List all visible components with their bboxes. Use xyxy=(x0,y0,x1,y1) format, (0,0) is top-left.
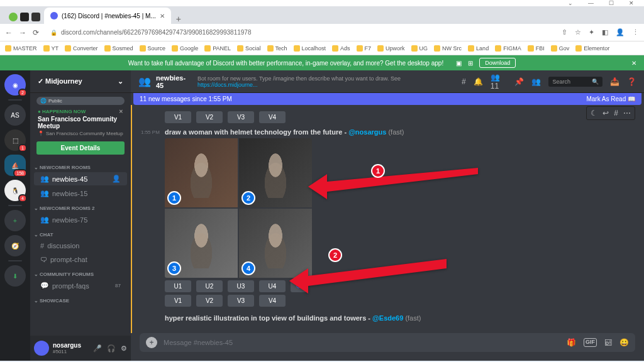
channel-discussion[interactable]: # discussion xyxy=(34,239,127,252)
bookmark-item[interactable]: Source xyxy=(140,45,166,52)
new-messages-bar[interactable]: 11 new messages since 1:55 PM Mark As Re… xyxy=(133,93,641,105)
v1-button[interactable]: V1 xyxy=(165,295,191,307)
bookmark-item[interactable]: MASTER xyxy=(5,45,37,52)
server-header[interactable]: ✓ Midjourney⌄ xyxy=(30,70,131,93)
extensions-icon[interactable]: ✦ xyxy=(589,28,594,36)
address-bar[interactable]: 🔒 discord.com/channels/66226797698429747… xyxy=(45,26,555,38)
pins-icon[interactable]: 📌 xyxy=(514,77,524,86)
guild-icon[interactable]: ⬚1 xyxy=(4,129,26,151)
reply-icon[interactable]: ↩ xyxy=(602,109,609,118)
bookmark-item[interactable]: PANEL xyxy=(204,45,231,52)
u3-button[interactable]: U3 xyxy=(228,280,254,292)
thread-icon[interactable]: # xyxy=(614,109,618,118)
v1-button[interactable]: V1 xyxy=(165,111,191,123)
channel-prompt-chat[interactable]: 🗨 prompt-chat xyxy=(34,253,127,266)
menu-icon[interactable]: ⋮ xyxy=(632,28,639,36)
windows-icon[interactable]: ⊞ xyxy=(468,60,473,67)
attach-button[interactable]: + xyxy=(146,337,157,348)
inbox-icon[interactable]: 📥 xyxy=(610,77,619,86)
gift-icon[interactable]: 🎁 xyxy=(567,338,576,347)
reroll-button[interactable]: ⟳ xyxy=(291,280,307,292)
category-header[interactable]: ⌄ SHOWCASE xyxy=(30,293,131,305)
channel-newbies-15[interactable]: 👥 newbies-15 xyxy=(34,187,127,200)
channel-newbies-75[interactable]: 👥 newbies-75 xyxy=(34,213,127,226)
search-input[interactable]: Search🔍 xyxy=(548,77,602,87)
user-mention[interactable]: @nosargus xyxy=(348,128,386,136)
side-panel-icon[interactable]: ◧ xyxy=(602,28,608,36)
bookmark-item[interactable]: Sosmed xyxy=(104,45,133,52)
bookmark-item[interactable]: F7 xyxy=(357,45,372,52)
back-button[interactable]: ← xyxy=(5,28,13,37)
bookmark-item[interactable]: Social xyxy=(237,45,261,52)
bookmark-item[interactable]: FBI xyxy=(528,45,545,52)
bookmark-item[interactable]: YT xyxy=(43,45,59,52)
u4-button[interactable]: U4 xyxy=(259,280,286,292)
user-mention[interactable]: @Esde69 xyxy=(372,314,403,322)
deafen-icon[interactable]: 🎧 xyxy=(107,344,116,353)
close-icon[interactable]: ✕ xyxy=(119,109,123,114)
new-tab-button[interactable]: + xyxy=(171,14,186,24)
emoji-icon[interactable]: 😀 xyxy=(619,338,629,347)
download-button[interactable]: Download xyxy=(479,58,516,68)
reload-button[interactable]: ⟳ xyxy=(33,28,39,37)
window-close[interactable]: ✕ xyxy=(629,0,634,6)
android-icon[interactable]: ▣ xyxy=(456,60,462,67)
category-header[interactable]: ⌄ CHAT xyxy=(30,227,131,239)
user-avatar[interactable] xyxy=(34,341,49,356)
v3-button[interactable]: V3 xyxy=(228,111,254,123)
notifications-icon[interactable]: 🔔 xyxy=(474,77,483,86)
gif-icon[interactable]: GIF xyxy=(584,338,597,347)
bookmark-item[interactable]: Gov xyxy=(551,45,570,52)
bookmark-item[interactable]: Land xyxy=(468,45,489,52)
grid-image-1[interactable]: 1 xyxy=(165,138,238,207)
bookmark-item[interactable]: NW Src xyxy=(434,45,462,52)
category-header[interactable]: ⌄ NEWCOMER ROOMS xyxy=(30,160,131,172)
guild-icon[interactable]: 🐧4 xyxy=(4,180,26,201)
v4-button[interactable]: V4 xyxy=(259,295,286,307)
sticker-icon[interactable]: 🗟 xyxy=(604,338,612,347)
share-icon[interactable]: ⇧ xyxy=(562,28,567,36)
settings-icon[interactable]: ⚙ xyxy=(121,344,127,353)
window-minimize[interactable]: — xyxy=(588,0,594,6)
v3-button[interactable]: V3 xyxy=(228,295,254,307)
category-header[interactable]: ⌄ COMMUNITY FORUMS xyxy=(30,266,131,278)
close-tab-icon[interactable]: ✕ xyxy=(160,13,165,19)
grid-image-2[interactable]: 2 xyxy=(239,138,312,207)
guild-icon[interactable]: AS xyxy=(4,104,26,126)
bookmark-item[interactable]: Tech xyxy=(267,45,287,52)
download-button[interactable]: ⬇ xyxy=(4,265,26,287)
mute-icon[interactable]: 🎤 xyxy=(93,344,102,353)
reaction-icon[interactable]: ☾ xyxy=(591,109,597,118)
guild-icon-midjourney[interactable]: ⛵158 xyxy=(4,155,26,176)
help-icon[interactable]: ❓ xyxy=(627,77,636,86)
threads-icon[interactable]: # xyxy=(462,77,466,86)
bookmark-item[interactable]: UG xyxy=(411,45,428,52)
more-icon[interactable]: ⋯ xyxy=(623,109,631,118)
image-grid[interactable]: 1 2 3 4 xyxy=(165,138,312,278)
channel-prompt-faqs[interactable]: 💬 prompt-faqs87 xyxy=(34,279,127,292)
add-server-button[interactable]: + xyxy=(4,210,26,231)
bookmark-item[interactable]: Localhost xyxy=(294,45,326,52)
bookmark-star-icon[interactable]: ☆ xyxy=(575,28,581,36)
bookmark-item[interactable]: Google xyxy=(172,45,198,52)
bookmark-item[interactable]: Ads xyxy=(332,45,350,52)
forward-button[interactable]: → xyxy=(19,28,26,37)
bookmark-item[interactable]: Elementor xyxy=(575,45,609,52)
explore-button[interactable]: 🧭 xyxy=(4,235,26,256)
channel-newbies-45[interactable]: 👥 newbies-45👤 xyxy=(34,172,127,185)
mark-read-button[interactable]: Mark As Read 📖 xyxy=(586,96,635,102)
u1-button[interactable]: U1 xyxy=(165,280,191,292)
close-icon[interactable]: ✕ xyxy=(631,60,636,67)
bookmark-item[interactable]: FIGMA xyxy=(495,45,521,52)
v4-button[interactable]: V4 xyxy=(259,111,286,123)
event-details-button[interactable]: Event Details xyxy=(36,141,125,155)
home-guild[interactable]: ◉2 xyxy=(4,74,26,96)
members-icon[interactable]: 👥 xyxy=(531,77,541,86)
grid-image-3[interactable]: 3 xyxy=(165,209,238,278)
grid-image-4[interactable]: 4 xyxy=(239,209,312,278)
message-input[interactable]: + Message #newbies-45 🎁 GIF 🗟 😀 xyxy=(140,333,635,352)
window-minimize[interactable]: ⌄ xyxy=(568,0,573,6)
browser-tab[interactable]: (162) Discord | #newbies-45 | M... ✕ xyxy=(44,8,171,24)
v2-button[interactable]: V2 xyxy=(196,111,223,123)
u2-button[interactable]: U2 xyxy=(196,280,223,292)
